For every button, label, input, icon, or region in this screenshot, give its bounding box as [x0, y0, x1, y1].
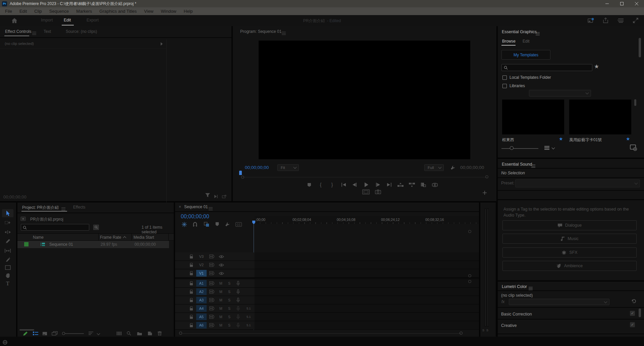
mute-button[interactable]: M — [219, 290, 222, 294]
tab-text[interactable]: Text — [44, 29, 51, 34]
lock-icon[interactable] — [190, 298, 193, 302]
timeline-hscrollbar-track[interactable] — [182, 333, 461, 334]
rectangle-tool[interactable] — [2, 264, 13, 272]
delete-trash-icon[interactable] — [158, 331, 162, 336]
sfx-button[interactable]: SFX — [502, 247, 637, 257]
track-label[interactable]: A2 — [196, 288, 207, 295]
sync-lock-icon[interactable] — [209, 306, 214, 310]
lumetri-title[interactable]: Lumetri Color — [502, 284, 527, 289]
favorites-filter-star-icon[interactable]: ★ — [594, 63, 599, 70]
project-search-input[interactable] — [21, 224, 89, 231]
meter-solo-left[interactable]: S — [482, 329, 484, 332]
workspaces-icon[interactable] — [617, 18, 625, 23]
effect-controls-timecode[interactable]: 00;00;00;00 — [3, 194, 26, 199]
menu-edit[interactable]: Edit — [16, 7, 31, 15]
voiceover-mic-icon[interactable] — [236, 289, 240, 294]
tab-effect-controls[interactable]: Effect Controls — [5, 29, 31, 34]
solo-button[interactable]: S — [228, 290, 230, 294]
menu-help[interactable]: Help — [180, 7, 197, 15]
template-thumbnail-1[interactable] — [502, 100, 564, 134]
template-sort-chevron-icon[interactable] — [552, 146, 555, 150]
sync-lock-icon[interactable] — [209, 315, 214, 319]
lock-icon[interactable] — [190, 290, 193, 294]
program-zoom-select[interactable]: Fit — [277, 164, 299, 171]
program-video-frame[interactable] — [259, 41, 470, 159]
thumbnail-zoom-slider[interactable] — [63, 333, 84, 334]
local-templates-checkbox[interactable] — [502, 75, 507, 81]
program-menu-icon[interactable] — [282, 32, 286, 35]
timeline-hzoom-right-handle[interactable] — [460, 332, 463, 335]
template-thumbnail-2[interactable] — [569, 100, 631, 134]
column-media-start[interactable]: Media Start — [133, 235, 154, 240]
voiceover-mic-icon[interactable] — [236, 281, 240, 286]
project-menu-icon[interactable] — [61, 208, 65, 211]
track-visibility-eye-icon[interactable] — [219, 272, 224, 275]
play-only-icon[interactable] — [214, 195, 218, 198]
menu-file[interactable]: File — [1, 7, 16, 15]
track-label[interactable]: A6 — [196, 322, 207, 329]
lumetri-preset-select[interactable] — [509, 299, 609, 305]
menu-window[interactable]: Window — [157, 7, 180, 15]
type-tool[interactable]: T — [2, 280, 13, 288]
timeline-hzoom-left-handle[interactable] — [179, 332, 182, 335]
playback-resolution-select[interactable]: Full — [424, 164, 444, 171]
go-to-out-icon[interactable] — [384, 182, 394, 188]
voiceover-mic-icon[interactable] — [236, 323, 240, 328]
export-small-icon[interactable] — [222, 195, 226, 198]
lock-icon[interactable] — [190, 271, 193, 276]
maximize-button[interactable] — [614, 0, 629, 7]
template-favorite-star-2[interactable]: ★ — [626, 136, 630, 141]
solo-button[interactable]: S — [228, 315, 230, 319]
voiceover-mic-icon[interactable] — [236, 306, 240, 311]
track-visibility-eye-icon[interactable] — [219, 255, 224, 258]
tab-program[interactable]: Program: Sequence 01 — [240, 29, 281, 34]
mark-out-icon[interactable]: } — [327, 182, 337, 188]
template-favorite-star-1[interactable]: ★ — [559, 136, 563, 141]
lumetri-scrollbar[interactable] — [639, 308, 641, 317]
track-label[interactable]: A1 — [196, 280, 207, 287]
program-timecode[interactable]: 00;00;00;00 — [245, 165, 269, 170]
timeline-vscroll-handle-1[interactable] — [468, 274, 471, 277]
voiceover-mic-icon[interactable] — [236, 298, 240, 303]
tab-source[interactable]: Source: (no clips) — [66, 29, 97, 34]
table-row-sequence-01[interactable]: Sequence 01 29.97 fps 00;00;00;00 — [17, 241, 169, 248]
track-v2[interactable]: V2 — [175, 261, 479, 269]
lift-icon[interactable] — [395, 182, 406, 188]
project-breadcrumb[interactable]: PR介面介紹.prproj — [30, 217, 63, 222]
lock-icon[interactable] — [190, 263, 193, 267]
share-icon[interactable] — [603, 17, 608, 23]
twirl-arrow-icon[interactable] — [160, 42, 163, 46]
voiceover-mic-icon[interactable] — [236, 314, 240, 320]
lock-icon[interactable] — [190, 306, 193, 311]
mute-button[interactable]: M — [219, 315, 222, 319]
linked-selection-icon[interactable] — [204, 222, 209, 227]
menu-clip[interactable]: Clip — [31, 7, 45, 15]
essential-graphics-menu-icon[interactable] — [536, 32, 540, 35]
lock-icon[interactable] — [190, 315, 193, 319]
button-editor-plus-icon[interactable] — [482, 190, 487, 195]
column-name[interactable]: Name — [33, 235, 44, 240]
section-basic-correction[interactable]: Basic Correction — [501, 312, 532, 316]
mark-in-icon[interactable]: { — [316, 182, 326, 188]
mute-button[interactable]: M — [219, 306, 222, 310]
sync-lock-icon[interactable] — [209, 271, 214, 275]
settings-wrench-icon[interactable] — [450, 165, 455, 170]
column-frame-rate[interactable]: Frame Rate — [100, 235, 121, 240]
sort-icon[interactable] — [89, 332, 93, 335]
sync-lock-icon[interactable] — [209, 281, 214, 285]
timeline-ruler[interactable]: ;00;00 00;02;08;04 00;04;16;08 00;06;24;… — [255, 216, 479, 224]
automate-sequence-icon[interactable] — [117, 332, 121, 335]
freeform-view-icon[interactable] — [52, 331, 58, 336]
quick-export-icon[interactable] — [588, 18, 594, 23]
lock-icon[interactable] — [190, 323, 193, 328]
track-select-forward-tool[interactable] — [2, 219, 13, 227]
essential-sound-menu-icon[interactable] — [531, 165, 535, 168]
scrubber-right-handle[interactable] — [485, 175, 488, 178]
mute-button[interactable]: M — [219, 281, 222, 285]
track-label[interactable]: A4 — [196, 305, 207, 312]
essential-graphics-title[interactable]: Essential Graphics — [502, 30, 537, 34]
solo-button[interactable]: S — [228, 323, 230, 327]
track-a1[interactable]: A1 M S — [175, 279, 479, 288]
menu-view[interactable]: View — [141, 7, 157, 15]
snap-magnet-icon[interactable] — [193, 222, 197, 227]
